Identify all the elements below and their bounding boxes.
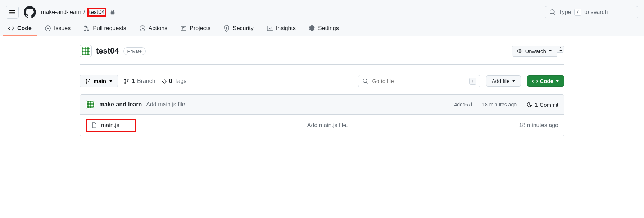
unwatch-button[interactable]: Unwatch [512,46,557,57]
hamburger-icon [9,9,15,15]
github-logo[interactable] [24,6,36,18]
code-button-label: Code [540,78,554,84]
tab-insights-label: Insights [276,25,296,32]
lock-icon [110,10,115,15]
chevron-down-icon [555,79,559,83]
pull-request-icon [83,25,90,32]
go-to-file[interactable]: t [358,75,480,87]
add-file-label: Add file [491,78,509,84]
issues-icon [45,25,51,32]
code-icon [8,25,14,32]
code-button[interactable]: Code [527,75,565,87]
repo-avatar [80,45,92,57]
search-icon [549,9,556,15]
commit-sha[interactable]: 4ddc67f [454,102,472,107]
history-icon [527,102,532,107]
tab-projects-label: Projects [190,25,210,32]
tab-settings[interactable]: Settings [304,22,344,36]
chevron-down-icon [548,49,552,53]
eye-icon [517,48,523,54]
actions-icon [139,25,146,32]
tab-pulls-label: Pull requests [93,25,126,32]
unwatch-count: 1 [557,46,564,53]
branches-count: 1 [132,78,135,84]
tag-icon [161,78,167,84]
tab-projects[interactable]: Projects [175,22,216,36]
chevron-down-icon [512,79,516,83]
repo-tabs: Code Issues Pull requests Actions Projec… [0,22,644,36]
file-icon [91,122,97,129]
search-prefix: Type [559,9,571,15]
chevron-down-icon [109,79,113,83]
commit-author[interactable]: make-and-learn [99,101,142,108]
global-search[interactable]: Type / to search [545,6,638,18]
tab-code[interactable]: Code [3,22,37,36]
tab-settings-label: Settings [318,25,339,32]
projects-icon [180,25,187,32]
code-icon [532,78,538,84]
file-commit-message[interactable]: Add main.js file. [141,122,514,129]
tab-actions[interactable]: Actions [134,22,172,36]
file-row[interactable]: main.js Add main.js file. 18 minutes ago [80,115,564,136]
file-time: 18 minutes ago [519,122,558,129]
tab-issues-label: Issues [54,25,71,32]
hamburger-menu-button[interactable] [6,6,19,19]
tags-label: Tags [174,78,187,84]
branch-selector[interactable]: main [80,75,118,87]
visibility-badge: Private [123,47,146,55]
tab-insights[interactable]: Insights [262,22,301,36]
branches-link[interactable]: 1 Branch [124,78,155,84]
tab-actions-label: Actions [149,25,167,32]
security-icon [223,25,230,32]
branches-label: Branch [137,78,155,84]
branch-icon [124,78,130,84]
tab-issues[interactable]: Issues [40,22,76,36]
gear-icon [309,25,315,32]
search-icon [363,78,368,84]
commits-link[interactable]: 1 Commit [527,102,558,108]
search-suffix: to search [584,9,608,15]
commit-time[interactable]: 18 minutes ago [482,102,517,107]
branch-name: main [94,78,106,84]
insights-icon [267,25,273,32]
breadcrumb-repo[interactable]: test04 [87,8,107,17]
branch-icon [85,78,91,84]
breadcrumb: make-and-learn / test04 [41,8,115,17]
tags-count: 0 [169,78,172,84]
go-to-file-kbd: t [469,78,476,85]
unwatch-label: Unwatch [525,48,546,54]
commits-count: 1 [535,102,538,108]
tab-code-label: Code [17,25,32,32]
tags-link[interactable]: 0 Tags [161,78,187,84]
commit-dot: · [476,102,478,107]
search-kbd: / [574,9,581,16]
file-name[interactable]: main.js [101,122,119,129]
breadcrumb-separator: / [83,9,85,15]
tab-security-label: Security [233,25,254,32]
breadcrumb-owner[interactable]: make-and-learn [41,9,81,15]
commit-author-avatar[interactable] [86,100,95,109]
repo-title: test04 [96,46,119,56]
tab-pulls[interactable]: Pull requests [78,22,131,36]
add-file-button[interactable]: Add file [486,75,521,87]
tab-security[interactable]: Security [218,22,259,36]
go-to-file-input[interactable] [372,78,466,84]
commits-label: Commit [540,102,558,108]
commit-message[interactable]: Add main.js file. [146,101,187,108]
